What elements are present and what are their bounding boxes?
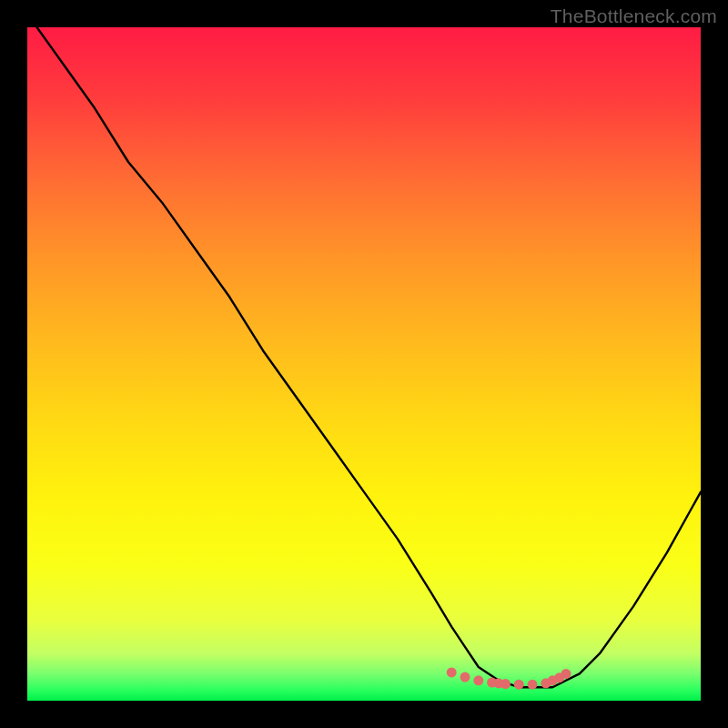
marker-dot bbox=[460, 672, 470, 682]
marker-dot bbox=[473, 675, 483, 685]
chart-frame: TheBottleneck.com bbox=[0, 0, 728, 728]
chart-svg bbox=[27, 27, 701, 701]
watermark-text: TheBottleneck.com bbox=[551, 5, 717, 27]
bottleneck-curve bbox=[27, 14, 701, 687]
plot-area bbox=[27, 27, 701, 701]
marker-dot bbox=[514, 680, 524, 690]
marker-dot bbox=[561, 669, 571, 679]
marker-dot bbox=[447, 667, 457, 677]
marker-dot bbox=[500, 679, 511, 689]
marker-dot bbox=[528, 680, 538, 690]
